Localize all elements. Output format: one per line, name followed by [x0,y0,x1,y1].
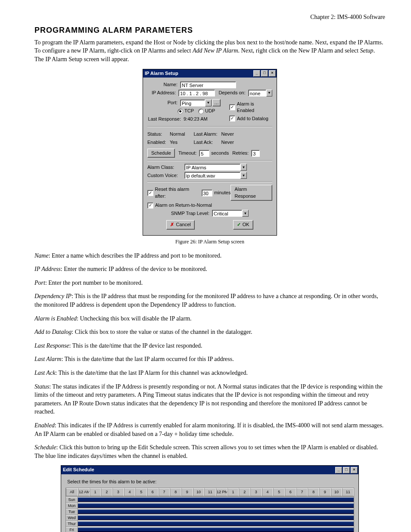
day-header-cell[interactable]: Sun [66,497,78,503]
alarm-class-label: Alarm Class: [147,164,184,171]
reset-alarm-checkbox[interactable]: ✓ [147,190,153,196]
hour-header-cell[interactable]: 10 [193,488,205,496]
hour-header-cell[interactable]: 2 [239,488,250,496]
chevron-down-icon[interactable]: ▼ [242,210,249,217]
chevron-down-icon[interactable]: ▼ [240,164,247,171]
ip-address-input[interactable]: 10 . 1 . 2 . 98 [178,90,215,96]
hour-header-cell[interactable]: 3 [112,488,124,496]
def-port: Port: Enter the port number to be monito… [34,279,385,287]
schedule-active-bar[interactable] [78,504,354,508]
schedule-row[interactable]: Thur [66,521,354,527]
add-to-datalog-checkbox[interactable]: ✓ [229,115,235,121]
schedule-row[interactable]: Mon [66,503,354,509]
port-label: Port: [147,100,180,106]
day-header-cell[interactable]: Thur [66,521,78,527]
maximize-icon[interactable]: □ [261,70,268,77]
hour-header-cell[interactable]: 7 [296,488,308,496]
schedule-active-bar[interactable] [78,528,354,532]
dialog-titlebar[interactable]: Edit Schedule _ □ × [61,466,358,474]
schedule-row[interactable]: Fri [66,527,354,532]
hour-header-cell[interactable]: 8 [308,488,319,496]
tcp-label: TCP [184,108,194,114]
last-ack-value: Never [221,139,234,146]
schedule-row[interactable]: Sun [66,497,354,503]
name-input[interactable]: NT Server [180,81,236,88]
schedule-row[interactable]: Wed [66,515,354,521]
close-icon[interactable]: × [269,70,276,77]
minimize-icon[interactable]: _ [335,467,342,473]
hour-header-cell[interactable]: 6 [285,488,296,496]
hour-header-cell[interactable]: 6 [147,488,159,496]
def-name: Name: Enter a name which describes the I… [34,252,385,260]
schedule-row[interactable]: Tue [66,509,354,515]
schedule-active-bar[interactable] [78,498,354,502]
hour-header-cell[interactable]: 3 [250,488,262,496]
retries-input[interactable]: 3 [251,150,260,157]
def-dependency: Dependency IP: This is the IP address th… [34,292,385,309]
hour-header-cell[interactable]: 9 [319,488,331,496]
schedule-active-bar[interactable] [78,522,354,526]
udp-radio[interactable] [198,109,204,114]
maximize-icon[interactable]: □ [343,467,350,473]
timeout-input[interactable]: 5 [199,150,209,157]
hour-header-cell[interactable]: 4 [262,488,274,496]
alarm-rtn-checkbox[interactable]: ✓ [147,202,153,208]
def-status: Status: The status indicates if the IP A… [34,383,385,416]
dialog-titlebar[interactable]: IP Alarm Setup _ □ × [143,69,277,78]
hour-header-cell[interactable]: 2 [101,488,112,496]
chevron-down-icon[interactable]: ▼ [240,172,247,179]
schedule-active-bar[interactable] [78,510,354,514]
minimize-icon[interactable]: _ [253,70,260,77]
def-enabled: Enabled: This indicates if the IP Addres… [34,421,385,438]
hour-header-cell[interactable]: 11 [204,488,216,496]
alarm-response-button[interactable]: Alarm Response [230,185,272,201]
chevron-down-icon[interactable]: ▼ [266,90,272,96]
day-header-cell[interactable]: Mon [66,503,78,509]
x-icon: ✗ [170,222,174,227]
section-heading: PROGRAMMING ALARM PARAMETERS [34,25,385,36]
depends-on-select[interactable]: none [248,90,266,96]
dialog-title: Edit Schedule [63,467,94,473]
enabled-value: Yes [170,139,177,146]
schedule-hour-header[interactable]: All12 AM123456789101112 PM1234567891011 [65,488,354,497]
hour-header-cell[interactable]: 5 [135,488,147,496]
schedule-grid[interactable]: SunMonTueWedThurFriSatHol [65,497,354,532]
close-icon[interactable]: × [351,467,358,473]
schedule-button[interactable]: Schedule [147,149,175,158]
hour-header-cell[interactable]: 10 [331,488,342,496]
depends-on-label: Depends on: [218,90,248,96]
alarm-enabled-checkbox[interactable]: ✓ [229,104,235,110]
ok-button[interactable]: ✓OK [233,220,253,229]
tcp-radio[interactable] [177,109,183,114]
last-alarm-label: Last Alarm: [193,131,221,137]
hour-header-cell[interactable]: 4 [124,488,136,496]
reset-alarm-label: Reset this alarm after: [155,186,200,199]
custom-voice-label: Custom Voice: [147,172,184,179]
reset-minutes-input[interactable]: 30 [202,190,212,196]
port-select[interactable]: Ping [180,100,205,106]
hour-header-cell[interactable]: 7 [159,488,170,496]
hour-header-cell[interactable]: 12 AM [78,488,90,496]
hour-header-cell[interactable]: 9 [181,488,193,496]
alarm-class-select[interactable]: IP Alarms [184,164,240,171]
custom-voice-select[interactable]: ip default.wav [184,172,240,179]
port-more-button[interactable]: … [212,99,221,106]
hour-header-cell[interactable]: 1 [227,488,239,496]
hour-header-cell[interactable]: 12 PM [216,488,227,496]
name-label: Name: [147,81,180,88]
hour-header-cell[interactable]: 11 [342,488,354,496]
day-header-cell[interactable]: Tue [66,509,78,515]
last-alarm-value: Never [221,131,234,137]
hour-header-cell[interactable]: 8 [170,488,181,496]
chevron-down-icon[interactable]: ▼ [205,100,212,106]
hour-header-cell[interactable]: 5 [273,488,285,496]
day-header-cell[interactable]: Fri [66,527,78,532]
figure-26-caption: Figure 26: IP Alarm Setup screen [34,238,385,246]
hour-header-cell[interactable]: 1 [90,488,101,496]
day-header-cell[interactable]: Wed [66,515,78,521]
check-icon: ✓ [237,222,241,227]
hour-header-cell[interactable]: All [66,488,78,496]
cancel-button[interactable]: ✗Cancel [166,220,194,229]
snmp-trap-select[interactable]: Critical [212,210,242,217]
schedule-active-bar[interactable] [78,516,354,520]
